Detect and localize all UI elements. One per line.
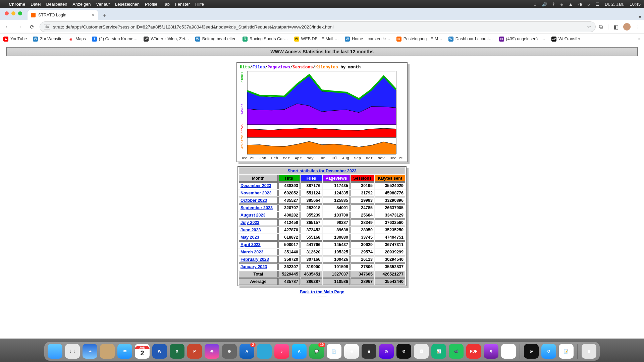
url-bar[interactable]: ⇆ strato.de/apps/CustomerService?session… xyxy=(40,21,596,32)
bookmark-youtube[interactable]: ▶YouTube xyxy=(3,37,27,42)
month-link[interactable]: December 2023 xyxy=(240,183,271,188)
nav-forward-button[interactable]: → xyxy=(15,22,24,31)
month-link[interactable]: November 2023 xyxy=(240,191,271,195)
dock-messages-icon[interactable]: 💬 xyxy=(309,344,324,359)
dock-app-purple-icon[interactable]: ◎ xyxy=(379,344,394,359)
month-link[interactable]: March 2023 xyxy=(240,250,263,254)
bookmark-woerter[interactable]: WWörter zählen, Zei… xyxy=(144,37,189,42)
bookmark-facebook[interactable]: f(2) Carsten Krome… xyxy=(92,37,138,42)
table-row: January 20233623073199001015982780635352… xyxy=(239,263,405,270)
dock-app-icon[interactable] xyxy=(257,344,272,359)
tabstrip-dropdown-icon[interactable]: ▾ xyxy=(639,14,641,20)
dock-podcasts-icon[interactable]: 🎙 xyxy=(484,344,498,359)
dock-pages-icon[interactable]: 📄 xyxy=(327,344,341,359)
bookmark-home[interactable]: WHome – carsten kr… xyxy=(345,37,390,42)
status-bluetooth-icon[interactable]: ᚼ xyxy=(552,2,555,7)
menu-help[interactable]: Hilfe xyxy=(195,2,204,7)
facebook-icon: f xyxy=(92,37,97,42)
dock-safari-icon[interactable]: ✦ xyxy=(83,344,97,359)
dock-music-icon[interactable]: ♪ xyxy=(274,344,289,359)
dock-mail-icon[interactable]: ✉ xyxy=(117,344,132,359)
table-title-link[interactable]: Short statistics for December 2023 xyxy=(287,169,357,173)
menu-history[interactable]: Verlauf xyxy=(96,2,110,7)
page-viewport[interactable]: WWW Access Statistics for the last 12 mo… xyxy=(0,44,644,349)
dock-appletv-icon[interactable]: tv xyxy=(524,344,539,359)
status-spotlight-icon[interactable]: ⌕ xyxy=(587,2,590,7)
new-tab-button[interactable]: + xyxy=(100,11,109,20)
menu-bookmarks[interactable]: Lesezeichen xyxy=(115,2,140,7)
status-control-center-icon[interactable]: ☰ xyxy=(595,2,599,7)
tab-close-button[interactable]: × xyxy=(92,12,95,18)
dock-calendar-icon[interactable]: JAN2 xyxy=(135,344,150,359)
month-link[interactable]: May 2023 xyxy=(240,235,259,240)
dock-chrome-icon[interactable]: ◉ xyxy=(501,344,516,359)
dock-powerpoint-icon[interactable]: P xyxy=(187,344,202,359)
chrome-menu-icon[interactable]: ⋮ xyxy=(635,24,641,30)
status-battery-icon[interactable]: ▲ xyxy=(569,2,573,7)
back-to-main-link[interactable]: Back to the Main Page xyxy=(300,290,344,294)
dock-photos-icon[interactable]: ❀ xyxy=(344,344,359,359)
dock-numbers-icon[interactable]: 📊 xyxy=(431,344,446,359)
month-link[interactable]: January 2023 xyxy=(240,264,267,269)
dock-finder-icon[interactable] xyxy=(48,344,62,359)
bookmark-dashboard[interactable]: WDashboard ‹ carst… xyxy=(448,37,493,42)
status-wifi-icon[interactable]: ⏚ xyxy=(560,2,563,7)
dock-word-icon[interactable]: W xyxy=(152,344,167,359)
month-cell: April 2023 xyxy=(239,241,278,248)
nav-reload-button[interactable]: ⟳ xyxy=(28,22,36,31)
dock-textedit-icon[interactable]: 📝 xyxy=(559,344,574,359)
window-minimize-button[interactable] xyxy=(11,11,15,15)
site-settings-icon[interactable]: ⇆ xyxy=(44,24,50,30)
bookmark-webde[interactable]: WWEB.DE - E-Mail-… xyxy=(294,37,339,42)
dock-app-dark-icon[interactable]: Ø xyxy=(396,344,411,359)
bookmark-star-icon[interactable]: ☆ xyxy=(587,24,591,29)
profile-avatar[interactable] xyxy=(623,23,631,31)
dock-launchpad-icon[interactable]: ⋮⋮ xyxy=(65,344,80,359)
month-link[interactable]: September 2023 xyxy=(240,205,273,210)
month-link[interactable]: October 2023 xyxy=(240,198,267,203)
menu-edit[interactable]: Bearbeiten xyxy=(46,2,67,7)
menu-tab[interactable]: Tab xyxy=(163,2,170,7)
month-link[interactable]: June 2023 xyxy=(240,228,261,232)
browser-tab[interactable]: STRATO Login × xyxy=(28,10,98,20)
status-date[interactable]: Di. 2. Jan. xyxy=(605,2,625,7)
dock-settings-icon[interactable]: ⚙ xyxy=(222,344,237,359)
month-link[interactable]: August 2023 xyxy=(240,213,265,218)
window-zoom-button[interactable] xyxy=(18,11,22,15)
status-time[interactable]: 10:45 xyxy=(630,2,641,7)
app-name[interactable]: Chrome xyxy=(9,2,25,7)
bookmark-posteingang[interactable]: ✉Posteingang - E-M… xyxy=(396,37,442,42)
bookmark-maps[interactable]: ◉Maps xyxy=(68,37,86,42)
dock-siri-icon[interactable]: ◎ xyxy=(205,344,219,359)
month-link[interactable]: July 2023 xyxy=(240,220,259,225)
dock-appstore-icon[interactable]: A xyxy=(239,344,254,359)
menu-window[interactable]: Fenster xyxy=(175,2,190,7)
status-airplay-icon[interactable]: ⌂ xyxy=(534,2,536,7)
month-link[interactable]: February 2023 xyxy=(240,257,269,262)
month-link[interactable]: April 2023 xyxy=(240,242,261,247)
menu-view[interactable]: Anzeigen xyxy=(72,2,91,7)
status-dnd-icon[interactable]: ◑ xyxy=(578,2,582,7)
nav-back-button[interactable]: ← xyxy=(3,22,12,31)
sidepanel-icon[interactable]: ◧ xyxy=(613,24,619,30)
menu-profiles[interactable]: Profile xyxy=(145,2,157,7)
dock-calculator-icon[interactable]: 🖩 xyxy=(362,344,376,359)
dock-trash-icon[interactable]: 🗑 xyxy=(582,344,596,359)
bookmark-beitrag[interactable]: WBeitrag bearbeiten xyxy=(195,37,236,42)
dock-facetime-icon[interactable]: 📹 xyxy=(449,344,464,359)
bookmark-racing[interactable]: RRacing Sports Car… xyxy=(243,37,288,42)
dock-excel-icon[interactable]: X xyxy=(170,344,184,359)
bookmarks-overflow-icon[interactable]: » xyxy=(638,37,641,41)
dock-pdf-icon[interactable]: PDF xyxy=(466,344,481,359)
dock-preview-icon[interactable]: 🖼 xyxy=(414,344,429,359)
bookmark-ungelesen[interactable]: ✉(439) ungelesen) –… xyxy=(499,37,545,42)
dock-quicktime-icon[interactable]: Q xyxy=(541,344,556,359)
dock-appstore2-icon[interactable]: A xyxy=(292,344,307,359)
bookmark-zurwebsite[interactable]: WZur Website xyxy=(33,37,62,42)
status-volume-icon[interactable]: 🔊 xyxy=(542,2,547,7)
extensions-icon[interactable]: ⧉ xyxy=(599,24,603,30)
menu-file[interactable]: Datei xyxy=(31,2,41,7)
dock-contacts-icon[interactable] xyxy=(100,344,115,359)
bookmark-wetransfer[interactable]: weWeTransfer xyxy=(551,37,580,42)
window-close-button[interactable] xyxy=(5,11,9,15)
